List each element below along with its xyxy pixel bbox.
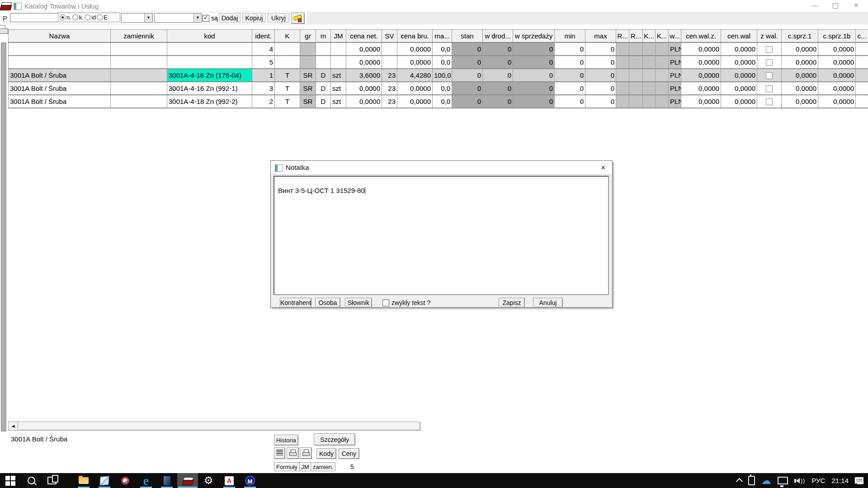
table-cell[interactable]: 0 [585,56,616,69]
list-view-button[interactable] [274,447,285,459]
table-cell[interactable] [643,42,656,56]
column-header[interactable]: z wal. [757,30,782,43]
column-header[interactable]: c... [856,30,868,43]
minimize-button[interactable]: — [805,0,825,12]
file-explorer-taskbar-icon[interactable] [73,473,94,488]
table-cell[interactable] [643,56,656,69]
table-cell[interactable] [757,69,782,82]
zapisz-button[interactable]: Zapisz [499,298,525,308]
column-header[interactable]: w... [669,30,681,43]
printer-icon[interactable] [0,25,7,34]
table-cell[interactable]: 0 [555,82,585,95]
table-cell[interactable]: 0 [585,42,616,56]
plain-text-checkbox-wrap[interactable]: zwykły tekst ? [382,299,430,306]
table-cell[interactable]: 0 [452,56,483,69]
table-cell[interactable]: 0,0000 [681,82,721,95]
z-wal-checkbox[interactable] [766,72,773,79]
table-cell[interactable] [616,56,629,69]
search-mode-radio-n[interactable]: n. [60,14,71,21]
table-cell[interactable]: 0 [585,95,616,108]
table-cell[interactable]: T [275,82,300,95]
table-cell[interactable]: 0 [483,69,513,82]
note-textarea[interactable]: Винт 3-5-Ц-ОСТ 1 31529-80 [274,176,609,295]
table-cell[interactable] [856,95,868,108]
table-cell[interactable]: 0 [513,95,555,108]
column-header[interactable]: m [316,30,331,43]
filter-icon-button[interactable] [291,13,305,24]
table-cell[interactable]: 0 [452,69,483,82]
table-cell[interactable]: 0 [555,42,585,56]
column-header[interactable]: JM [331,30,346,43]
table-cell[interactable] [9,56,111,69]
adobe-acrobat-taskbar-icon[interactable]: A [219,473,240,488]
table-cell[interactable] [382,42,397,56]
table-cell[interactable]: szt [331,95,346,108]
table-cell[interactable]: 0,0000 [782,42,818,56]
table-cell[interactable] [111,69,167,82]
task-view-taskbar-icon[interactable] [42,473,62,488]
table-cell[interactable]: 4 [252,42,275,56]
table-cell[interactable]: 100,0 [433,69,452,82]
table-cell[interactable]: D [316,82,331,95]
search-mode-radio-E[interactable]: E [97,14,108,21]
table-cell[interactable]: 3001A-4-16 Zn (175-04) [167,69,252,82]
table-cell[interactable] [111,56,167,69]
jm-tab[interactable]: JM [299,462,311,471]
sownik-button[interactable]: Słownik [345,298,372,308]
radio-icon[interactable] [85,14,90,20]
table-cell[interactable] [275,56,300,69]
table-cell[interactable] [316,42,331,56]
table-cell[interactable]: 0 [452,95,483,108]
column-header[interactable]: R... [616,30,629,43]
z-wal-checkbox[interactable] [766,59,773,66]
column-header[interactable]: cena net. [346,30,382,43]
scrollbar-thumb[interactable] [18,422,420,430]
column-header[interactable]: cen.wal.z. [681,30,721,43]
table-cell[interactable]: PLN [669,95,681,108]
chevron-down-icon[interactable]: ▼ [144,14,152,22]
table-cell[interactable] [300,56,316,69]
close-button[interactable]: × [846,0,866,12]
table-cell[interactable] [856,69,868,82]
internet-explorer-taskbar-icon[interactable]: e [136,473,156,488]
table-cell[interactable]: T [275,95,300,108]
table-cell[interactable]: 0 [483,56,513,69]
table-cell[interactable] [629,95,643,108]
table-cell[interactable]: 23 [382,69,397,82]
column-header[interactable]: kod [167,30,252,43]
search-taskbar-icon[interactable] [21,473,42,488]
table-cell[interactable]: 23 [382,82,397,95]
table-cell[interactable] [111,95,167,108]
column-header[interactable]: SV [382,30,397,43]
table-cell[interactable]: SR [300,69,316,82]
table-cell[interactable] [382,56,397,69]
horizontal-scrollbar[interactable]: ◀ [8,422,420,431]
table-cell[interactable]: 0,0000 [397,82,433,95]
table-cell[interactable] [275,42,300,56]
search-mode-radio-id[interactable]: id [85,14,96,21]
print-button-2[interactable] [300,447,312,459]
app-red-disc-taskbar-icon[interactable] [115,473,136,488]
table-cell[interactable] [656,82,669,95]
app-red-book-taskbar-icon[interactable] [177,473,198,488]
table-cell[interactable]: 0 [555,56,585,69]
table-cell[interactable]: 0,0 [433,56,452,69]
settings-taskbar-icon[interactable]: ⚙ [198,473,219,488]
column-header[interactable]: min [555,30,585,43]
table-cell[interactable] [656,56,669,69]
z-wal-checkbox[interactable] [766,85,773,92]
column-header[interactable]: K [275,30,300,43]
table-cell[interactable]: 0,0 [433,42,452,56]
table-cell[interactable]: 0,0000 [721,69,757,82]
table-cell[interactable]: 0,0000 [721,95,757,108]
column-header[interactable]: R... [629,30,643,43]
search-input[interactable] [10,13,59,22]
tray-chevron-up-icon[interactable] [736,478,743,485]
table-cell[interactable]: 0,0000 [346,82,382,95]
table-cell[interactable]: 23 [382,95,397,108]
table-cell[interactable]: 0 [483,82,513,95]
table-cell[interactable]: 0 [585,69,616,82]
table-cell[interactable]: 0,0000 [397,95,433,108]
table-cell[interactable] [656,69,669,82]
table-row[interactable]: 3001A Bolt / Śruba3001A-4-16 Zn (175-04)… [9,69,868,82]
